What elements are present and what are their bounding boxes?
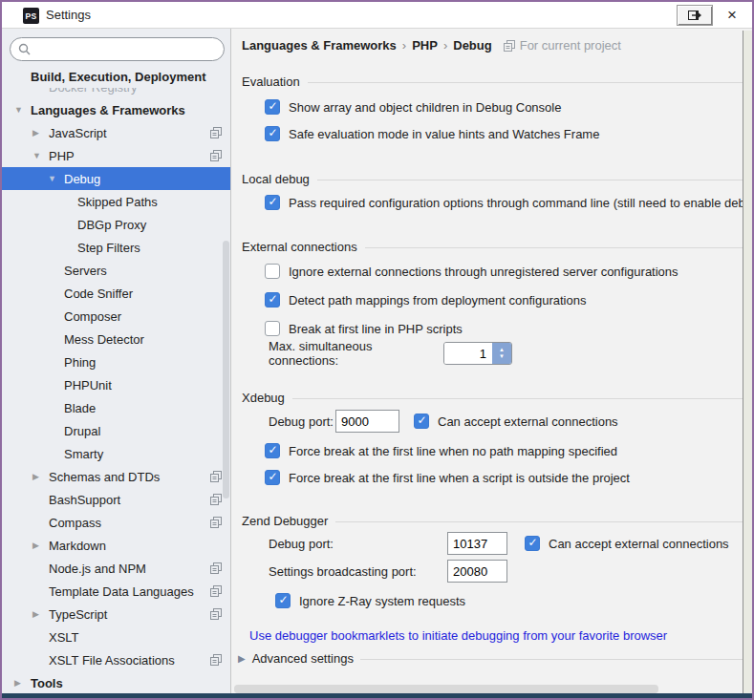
checkbox[interactable] [265,195,280,210]
chevron-right-icon[interactable]: ▶ [14,678,31,688]
sidebar-item-label: XSLT File Associations [49,653,175,668]
sidebar-item-label: Markdown [49,539,106,553]
breadcrumb: Languages & Frameworks › PHP › Debug For… [242,38,743,53]
checkbox[interactable] [265,321,280,336]
sidebar-item-build-execution-deployment[interactable]: Build, Execution, Deployment [2,65,231,88]
sidebar-item-debug[interactable]: ▼Debug [2,167,231,190]
chevron-right-icon[interactable]: ▶ [238,653,246,664]
checkbox-label: Can accept external connections [438,414,618,429]
sidebar-item-schemas-and-dtds[interactable]: ▶Schemas and DTDs [2,465,231,488]
close-icon[interactable]: × [721,5,743,26]
option-safe-evaluation[interactable]: Safe evaluation mode in value hints and … [265,122,743,145]
sidebar-item-xslt-file-associations[interactable]: XSLT File Associations [2,648,231,671]
sidebar-item-javascript[interactable]: ▶JavaScript [2,121,231,144]
option-xdebug-accept-external[interactable]: Can accept external connections [414,414,618,429]
per-project-icon [210,517,222,528]
sidebar-item-phpunit[interactable]: PHPUnit [2,373,231,396]
max-connections-stepper[interactable]: ▲ ▼ [443,342,512,365]
sidebar-item-skipped-paths[interactable]: Skipped Paths [2,190,231,213]
max-connections-row: Max. simultaneous connections: ▲ ▼ [269,341,743,366]
checkbox[interactable] [265,126,280,141]
chevron-down-icon[interactable]: ▼ [32,151,49,160]
sidebar-item-markdown[interactable]: ▶Markdown [2,534,231,557]
chevron-down-icon[interactable]: ▼ [14,105,31,115]
option-force-break-no-mapping[interactable]: Force break at the first line when no pa… [265,439,743,462]
debugger-bookmarklets-link[interactable]: Use debugger bookmarklets to initiate de… [249,628,667,643]
sidebar-item-php[interactable]: ▼PHP [2,144,231,167]
option-show-array-children[interactable]: Show array and object children in Debug … [265,95,743,118]
sidebar-item-xslt[interactable]: XSLT [2,626,231,648]
option-break-first-line[interactable]: Break at first line in PHP scripts [265,317,743,340]
checkbox[interactable] [265,99,280,115]
per-project-icon [210,654,222,666]
option-detect-path-mappings[interactable]: Detect path mappings from deployment con… [265,288,743,311]
breadcrumb-debug: Debug [453,38,491,53]
checkbox[interactable] [414,414,429,429]
breadcrumb-php[interactable]: PHP [412,38,438,53]
max-connections-input[interactable] [444,343,492,364]
zend-broadcast-field[interactable] [447,560,507,583]
option-ignore-zray[interactable]: Ignore Z-Ray system requests [275,589,743,612]
chevron-right-icon[interactable]: ▶ [32,472,49,481]
sidebar-item-bashsupport[interactable]: BashSupport [2,488,231,511]
breadcrumb-languages-frameworks[interactable]: Languages & Frameworks [242,38,397,53]
chevron-down-icon[interactable]: ▼ [48,174,64,183]
detach-window-button[interactable] [677,5,713,26]
stepper-down-icon[interactable]: ▼ [499,353,505,360]
sidebar-item-smarty[interactable]: Smarty [2,442,231,465]
search-input[interactable] [36,42,216,56]
advanced-settings-toggle[interactable]: ▶ Advanced settings [238,649,743,667]
sidebar-scrollbar[interactable] [223,241,229,498]
section-rule [335,521,743,522]
sidebar-item-mess-detector[interactable]: Mess Detector [2,328,231,350]
checkbox[interactable] [275,593,291,608]
option-zend-accept-external[interactable]: Can accept external connections [525,536,729,551]
sidebar-item-label: JavaScript [49,126,107,140]
horizontal-scrollbar[interactable] [234,685,658,693]
sidebar-item-languages-frameworks[interactable]: ▼Languages & Frameworks [2,98,231,121]
sidebar-item-compass[interactable]: Compass [2,511,231,534]
sidebar-item-step-filters[interactable]: Step Filters [2,236,231,259]
sidebar-item-blade[interactable]: Blade [2,396,231,419]
per-project-icon [210,150,222,161]
scope-label: For current project [520,38,621,53]
sidebar-item-node-js-and-npm[interactable]: Node.js and NPM [2,557,231,580]
sidebar-item-drupal[interactable]: Drupal [2,419,231,442]
checkbox[interactable] [265,443,280,458]
checkbox-label: Force break at the first line when a scr… [289,471,630,485]
per-project-icon [210,562,222,574]
option-pass-config[interactable]: Pass required configuration options thro… [265,191,743,214]
sidebar-item-label: Debug [64,172,100,186]
sidebar-item-label: Step Filters [77,241,140,255]
checkbox-label: Force break at the first line when no pa… [289,444,617,458]
sidebar-item-dbgp-proxy[interactable]: DBGp Proxy [2,213,231,236]
stepper-buttons[interactable]: ▲ ▼ [492,343,511,364]
sidebar-item-composer[interactable]: Composer [2,305,231,328]
sidebar-item-label: Servers [64,264,107,278]
sidebar-item-servers[interactable]: Servers [2,259,231,282]
checkbox[interactable] [265,292,280,308]
sidebar-item-template-data-languages[interactable]: Template Data Languages [2,580,231,603]
option-ignore-external[interactable]: Ignore external connections through unre… [265,260,743,283]
sidebar-item-code-sniffer[interactable]: Code Sniffer [2,282,231,305]
checkbox[interactable] [265,264,280,279]
option-force-break-outside-project[interactable]: Force break at the first line when a scr… [265,466,743,489]
sidebar-item-typescript[interactable]: ▶TypeScript [2,603,231,626]
per-project-icon [210,471,222,482]
search-box[interactable] [10,37,225,61]
zend-port-field[interactable] [447,532,507,555]
sidebar-item-docker-registry[interactable]: Docker Registry [2,88,231,98]
sidebar-item-tools[interactable]: ▶Tools [2,671,231,694]
sidebar-item-phing[interactable]: Phing [2,350,231,373]
checkbox[interactable] [525,536,540,551]
chevron-right-icon[interactable]: ▶ [32,541,49,550]
stepper-up-icon[interactable]: ▲ [499,347,505,353]
checkbox-label: Pass required configuration options thro… [289,196,743,210]
settings-main-panel: Languages & Frameworks › PHP › Debug For… [232,29,743,698]
window-title: Settings [46,8,91,22]
checkbox[interactable] [265,470,280,485]
chevron-right-icon[interactable]: ▶ [32,128,49,138]
section-local-debug: Local debug [242,170,743,187]
xdebug-port-field[interactable] [335,410,399,433]
chevron-right-icon[interactable]: ▶ [32,609,49,619]
